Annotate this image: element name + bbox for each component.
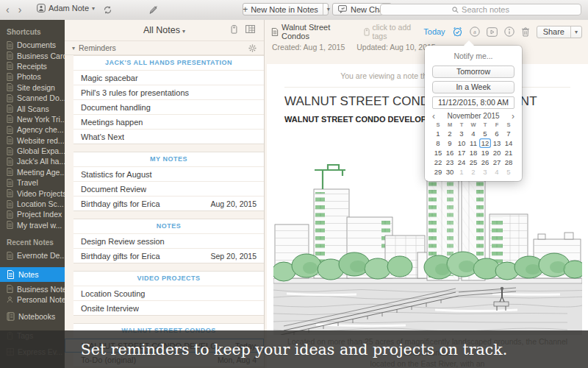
- calendar-day[interactable]: 14: [503, 138, 514, 148]
- sidebar-item[interactable]: Evernote De...: [0, 250, 65, 261]
- card-view-icon[interactable]: [245, 25, 255, 34]
- note-list-row[interactable]: Meetings happen: [74, 115, 264, 130]
- sidebar-item[interactable]: Business Cards: [0, 50, 65, 60]
- sidebar-item[interactable]: Agency che...: [0, 124, 65, 135]
- note-list-row[interactable]: Statistics for August: [74, 167, 264, 182]
- calendar-day[interactable]: 16: [444, 148, 456, 158]
- reminders-toggle[interactable]: ▾ Reminders: [65, 41, 264, 55]
- calendar-day[interactable]: 21: [503, 148, 514, 158]
- calendar-day[interactable]: 13: [491, 138, 503, 148]
- calendar-next-icon[interactable]: ›: [506, 112, 514, 121]
- calendar-day[interactable]: 5: [503, 167, 514, 177]
- sync-button[interactable]: [103, 5, 112, 15]
- sidebar-item[interactable]: My travel w...: [0, 220, 65, 230]
- back-button[interactable]: ‹: [6, 2, 10, 17]
- sidebar-item[interactable]: Receipts: [0, 61, 65, 71]
- sidebar-item[interactable]: Project Index: [0, 209, 65, 219]
- calendar-day[interactable]: 15: [432, 148, 444, 158]
- calendar-day[interactable]: 1: [456, 167, 467, 177]
- calendar-day[interactable]: 4: [467, 129, 479, 138]
- calendar-day[interactable]: 12: [479, 138, 491, 148]
- calendar-day[interactable]: 2: [444, 129, 456, 138]
- trash-icon[interactable]: [521, 26, 530, 37]
- reminder-datetime-field[interactable]: 11/12/2015, 8:00 AM: [432, 96, 514, 109]
- note-list-row[interactable]: Document handling: [74, 100, 264, 115]
- account-menu[interactable]: Adam Note ▾: [37, 4, 95, 13]
- info-icon[interactable]: [504, 26, 514, 37]
- calendar-day[interactable]: 28: [503, 158, 514, 167]
- calendar-day[interactable]: 3: [456, 129, 467, 138]
- calendar-day[interactable]: 19: [479, 148, 491, 158]
- sidebar-item[interactable]: All Scans: [0, 103, 65, 113]
- calendar-day[interactable]: 5: [479, 129, 491, 138]
- calendar-day[interactable]: 1: [432, 129, 444, 138]
- calendar-day[interactable]: 3: [479, 167, 491, 177]
- calendar-day[interactable]: 11: [467, 138, 479, 148]
- calendar-day[interactable]: 7: [503, 129, 514, 138]
- annotate-icon[interactable]: a: [470, 26, 480, 37]
- calendar-day[interactable]: 18: [467, 148, 479, 158]
- sidebar-item[interactable]: Video Projects: [0, 188, 65, 198]
- pen-slash-icon[interactable]: [148, 5, 158, 15]
- search-input[interactable]: Search notes: [380, 4, 581, 15]
- calendar-day[interactable]: 17: [456, 148, 467, 158]
- forward-button[interactable]: ›: [18, 2, 22, 17]
- sidebar-item[interactable]: Website red...: [0, 135, 65, 146]
- sidebar-item[interactable]: Meeting Age...: [0, 167, 65, 177]
- sidebar-item[interactable]: Scanned Do...: [0, 93, 65, 103]
- calendar-day[interactable]: 24: [456, 158, 467, 167]
- calendar-day[interactable]: 27: [491, 158, 503, 167]
- new-note-button[interactable]: + New Note in Notes ▾: [243, 3, 329, 15]
- sidebar-item-business-notes[interactable]: Business Notes: [0, 283, 65, 294]
- note-list-row[interactable]: Magic spacebar: [74, 71, 264, 85]
- calendar-day[interactable]: 20: [491, 148, 503, 158]
- tag-filter-icon[interactable]: [231, 25, 237, 34]
- in-a-week-button[interactable]: In a Week: [432, 81, 514, 93]
- note-list-row[interactable]: Document Review: [74, 182, 264, 197]
- sidebar-item-label: Video Projects: [17, 189, 65, 198]
- sidebar-item[interactable]: Site design: [0, 82, 65, 93]
- calendar-day[interactable]: 4: [491, 167, 503, 177]
- present-icon[interactable]: [487, 27, 498, 37]
- calendar-day[interactable]: 9: [444, 138, 456, 148]
- share-dropdown[interactable]: ▾: [570, 26, 581, 38]
- calendar-day[interactable]: 2: [467, 167, 479, 177]
- calendar-day[interactable]: 8: [432, 138, 444, 148]
- note-list-section: NOTESDesign Review sessionBirthday gifts…: [74, 219, 264, 263]
- sidebar-item[interactable]: New York Tri...: [0, 114, 65, 124]
- sidebar-item-notes[interactable]: Notes: [0, 267, 65, 282]
- calendar-day[interactable]: 22: [432, 158, 444, 167]
- note-list-row[interactable]: Location Scouting: [74, 286, 264, 301]
- sidebar-item[interactable]: Location Sc...: [0, 199, 65, 209]
- calendar-day[interactable]: 26: [479, 158, 491, 167]
- share-button[interactable]: Share ▾: [537, 26, 582, 38]
- calendar-day[interactable]: 25: [467, 158, 479, 167]
- notebook-selector[interactable]: Walnut Street Condos: [271, 23, 350, 40]
- sidebar-item[interactable]: Photos: [0, 71, 65, 82]
- add-tags-field[interactable]: click to add tags: [364, 23, 420, 40]
- calendar-day[interactable]: 6: [491, 129, 503, 138]
- sidebar-item[interactable]: Jack's All ha...: [0, 156, 65, 166]
- calendar-day[interactable]: 29: [432, 167, 444, 177]
- note-list-row[interactable]: Onsite Interview: [74, 301, 264, 315]
- calendar-day[interactable]: 30: [444, 167, 456, 177]
- calendar-day[interactable]: 23: [444, 158, 456, 167]
- note-list-row[interactable]: Birthday gifts for EricaSep 20, 2015: [74, 249, 264, 263]
- calendar-prev-icon[interactable]: ‹: [432, 112, 441, 121]
- tomorrow-button[interactable]: Tomorrow: [432, 66, 514, 78]
- note-list-row[interactable]: Design Review session: [74, 234, 264, 249]
- sidebar-item-personal-notes[interactable]: Personal Notes: [0, 294, 65, 305]
- sidebar-item[interactable]: Global Expa...: [0, 146, 65, 156]
- note-list-row[interactable]: Birthday gifts for EricaAug 20, 2015: [74, 197, 264, 210]
- sidebar-item[interactable]: Travel: [0, 177, 65, 188]
- sidebar-item[interactable]: Documents: [0, 40, 65, 50]
- sidebar-item-notebooks[interactable]: Notebooks: [0, 310, 65, 323]
- disclosure-icon: ▾: [72, 45, 75, 52]
- calendar-day[interactable]: 10: [456, 138, 467, 148]
- note-list-row[interactable]: Phil's 3 rules for presentations: [74, 85, 264, 100]
- reminder-date-label[interactable]: Today: [423, 27, 445, 36]
- tag-icon: [364, 28, 370, 36]
- gear-icon[interactable]: [248, 44, 257, 52]
- note-list-row[interactable]: What's Next: [74, 130, 264, 144]
- reminder-alarm-icon[interactable]: [452, 26, 463, 37]
